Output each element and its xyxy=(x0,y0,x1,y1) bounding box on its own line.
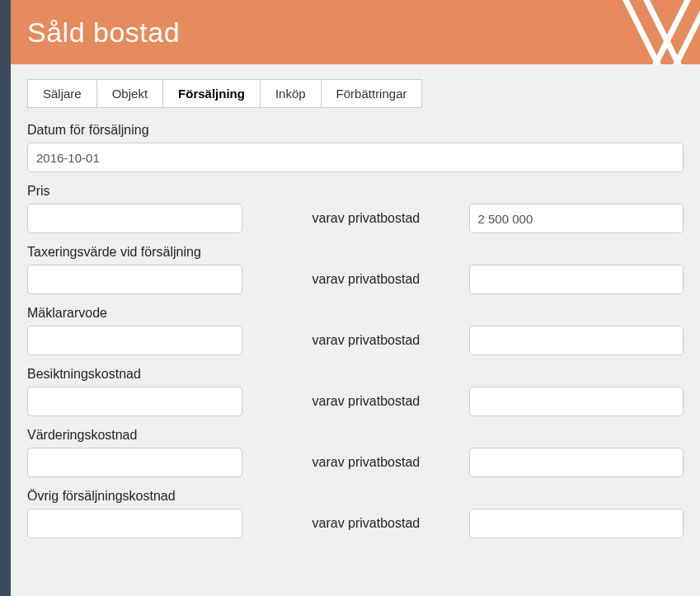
tabs: Säljare Objekt Försäljning Inköp Förbätt… xyxy=(27,79,684,108)
form-panel: Säljare Objekt Försäljning Inköp Förbätt… xyxy=(11,64,700,596)
field-date: Datum för försäljning xyxy=(27,123,684,172)
input-vardering[interactable] xyxy=(27,448,242,477)
input-maklararvode[interactable] xyxy=(27,326,242,355)
tab-saljare[interactable]: Säljare xyxy=(27,79,97,108)
page-header: Såld bostad xyxy=(11,0,700,64)
field-besiktning: Besiktningskostnad varav privatbostad xyxy=(27,367,684,416)
input-ovrig[interactable] xyxy=(27,509,242,538)
tab-objekt[interactable]: Objekt xyxy=(96,79,163,108)
input-maklararvode-privat[interactable] xyxy=(469,326,684,355)
label-mid-besikt: varav privatbostad xyxy=(242,394,469,409)
brand-logo-icon xyxy=(609,0,700,64)
input-besiktning[interactable] xyxy=(27,387,242,416)
label-vardering: Värderingskostnad xyxy=(27,428,684,443)
input-ovrig-privat[interactable] xyxy=(469,509,684,538)
field-vardering: Värderingskostnad varav privatbostad xyxy=(27,428,684,477)
label-maklararvode: Mäklararvode xyxy=(27,306,684,321)
field-taxeringsvarde: Taxeringsvärde vid försäljning varav pri… xyxy=(27,245,684,294)
tab-forbattringar[interactable]: Förbättringar xyxy=(321,79,423,108)
input-date[interactable] xyxy=(27,143,684,172)
label-date: Datum för försäljning xyxy=(27,123,684,138)
input-pris[interactable] xyxy=(27,204,242,233)
left-sidebar-strip xyxy=(0,0,11,596)
label-mid-vard: varav privatbostad xyxy=(242,455,469,470)
label-besiktning: Besiktningskostnad xyxy=(27,367,684,382)
field-ovrig: Övrig försäljningskostnad varav privatbo… xyxy=(27,489,684,538)
input-pris-privat[interactable] xyxy=(469,204,684,233)
input-besiktning-privat[interactable] xyxy=(469,387,684,416)
input-taxeringsvarde-privat[interactable] xyxy=(469,265,684,294)
field-maklararvode: Mäklararvode varav privatbostad xyxy=(27,306,684,355)
field-pris: Pris varav privatbostad xyxy=(27,184,684,233)
page-title: Såld bostad xyxy=(27,16,180,49)
tab-forsaljning[interactable]: Försäljning xyxy=(162,79,261,108)
label-mid-tax: varav privatbostad xyxy=(242,272,469,287)
label-mid-pris: varav privatbostad xyxy=(242,211,469,226)
input-taxeringsvarde[interactable] xyxy=(27,265,242,294)
label-taxeringsvarde: Taxeringsvärde vid försäljning xyxy=(27,245,684,260)
tab-inkop[interactable]: Inköp xyxy=(260,79,322,108)
input-vardering-privat[interactable] xyxy=(469,448,684,477)
label-pris: Pris xyxy=(27,184,684,199)
label-ovrig: Övrig försäljningskostnad xyxy=(27,489,684,504)
label-mid-maklar: varav privatbostad xyxy=(242,333,469,348)
label-mid-ovrig: varav privatbostad xyxy=(242,516,469,531)
